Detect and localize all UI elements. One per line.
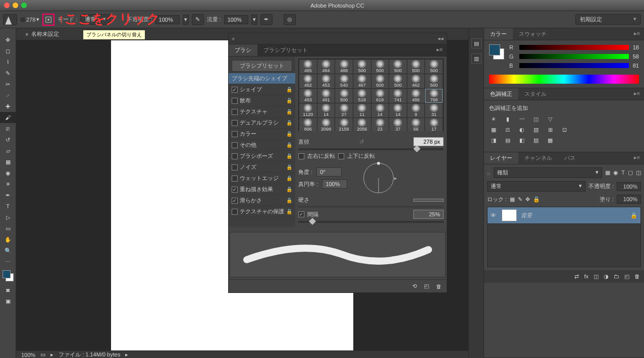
zoom-window[interactable]	[21, 3, 27, 8]
checkbox[interactable]	[232, 109, 238, 115]
chevron-right-icon[interactable]: ▸	[50, 351, 53, 358]
checkbox[interactable]	[232, 87, 238, 93]
brush-option[interactable]: ノイズ🔒	[229, 162, 295, 173]
brush-tip-cell[interactable]: 11	[353, 103, 371, 117]
layer-thumb[interactable]	[502, 209, 517, 221]
lock-icon[interactable]: 🔒	[286, 187, 292, 192]
panel-menu-icon[interactable]: ▸≡	[433, 44, 447, 56]
delete-preset-icon[interactable]: 🗑	[436, 283, 442, 289]
brush-tip-cell[interactable]: 491	[317, 89, 335, 103]
posterize-icon[interactable]: ▤	[503, 137, 512, 144]
lock-icon[interactable]: 🔒	[286, 87, 292, 92]
lock-icon[interactable]: 🔒	[286, 131, 292, 137]
hand-tool[interactable]: ✋	[0, 234, 16, 245]
spacing-slider[interactable]	[298, 221, 444, 223]
tab-paths[interactable]: パス	[558, 152, 581, 164]
path-select-tool[interactable]: ▷	[0, 212, 16, 223]
vibrance-icon[interactable]: ▽	[546, 116, 555, 123]
close-window[interactable]	[4, 3, 10, 8]
spacing-checkbox[interactable]	[298, 211, 304, 217]
brush-tip-cell[interactable]: 2158	[335, 118, 353, 131]
panel-menu-icon[interactable]: ▸≡	[630, 28, 644, 40]
blur-tool[interactable]: ◉	[0, 167, 16, 178]
lock-icon[interactable]: 🔒	[286, 164, 292, 170]
checkbox[interactable]	[232, 131, 238, 137]
brush-tip-cell[interactable]: 2099	[317, 118, 335, 131]
balance-icon[interactable]: ⚖	[503, 127, 512, 133]
levels-icon[interactable]: ▮	[503, 116, 512, 123]
healing-tool[interactable]: ✚	[0, 101, 16, 112]
brush-tip-cell[interactable]: 483	[299, 89, 317, 103]
brush-tip-cell[interactable]: 500	[389, 59, 407, 74]
g-value[interactable]: 58	[632, 53, 639, 59]
filter-icons[interactable]: ▦◉T▢◫	[605, 169, 641, 176]
fx-icon[interactable]: fx	[584, 273, 588, 280]
brush-tip-cell[interactable]: 500	[335, 89, 353, 103]
brush-tip-cell[interactable]: 500	[371, 74, 389, 88]
mask-icon[interactable]: ◫	[594, 273, 599, 280]
toggle-preview-icon[interactable]: ⟲	[412, 283, 417, 289]
panel-menu-icon[interactable]: ▸≡	[630, 152, 644, 164]
zoom-level[interactable]: 100%	[21, 352, 35, 358]
close-icon[interactable]: ×	[25, 31, 28, 37]
quick-select-tool[interactable]: ✎	[0, 68, 16, 79]
tab-layers[interactable]: レイヤー	[484, 152, 518, 164]
lock-icon[interactable]: 🔒	[286, 120, 292, 126]
checkbox[interactable]	[232, 98, 238, 104]
brush-tip-cell[interactable]: 462	[407, 74, 425, 88]
brush-tip-cell[interactable]: 518	[353, 89, 371, 103]
flip-y-checkbox[interactable]	[338, 153, 344, 159]
roundness-input[interactable]	[322, 180, 347, 189]
visibility-icon[interactable]: 👁	[491, 212, 498, 218]
r-slider[interactable]	[519, 45, 629, 50]
brush-tip-cell[interactable]: 500	[389, 74, 407, 88]
brush-tip-cell[interactable]: 500	[371, 59, 389, 74]
brush-tool[interactable]: 🖌	[0, 112, 16, 123]
brush-tip-cell[interactable]: 31	[425, 103, 443, 117]
brush-tip-cell[interactable]: 485	[299, 59, 317, 74]
diameter-slider[interactable]	[298, 148, 444, 150]
brush-option[interactable]: テクスチャ🔒	[229, 106, 295, 117]
brush-option[interactable]: カラー🔒	[229, 129, 295, 140]
g-slider[interactable]	[519, 54, 629, 59]
quick-mask-icon[interactable]: ◙	[0, 284, 16, 295]
gradient-tool[interactable]: ▦	[0, 156, 16, 167]
minimize-window[interactable]	[13, 3, 18, 8]
color-spectrum[interactable]	[489, 75, 639, 84]
tab-channels[interactable]: チャンネル	[518, 152, 558, 164]
lock-icon[interactable]: 🔒	[286, 153, 292, 159]
brush-preset-picker[interactable]: 278 ▾	[20, 16, 39, 23]
layer-filter-select[interactable]: 種類	[494, 167, 602, 178]
invert-icon[interactable]: ◨	[489, 137, 498, 144]
mixer-icon[interactable]: ⊞	[546, 127, 555, 133]
angle-input[interactable]	[316, 167, 342, 176]
checkbox[interactable]	[232, 120, 238, 126]
tab-adjustments[interactable]: 色調補正	[484, 88, 518, 100]
hue-icon[interactable]: ▦	[489, 127, 498, 133]
eyedropper-tool[interactable]: ⟋	[0, 90, 16, 101]
checkbox[interactable]	[232, 175, 238, 182]
brush-option[interactable]: 重ね描き効果🔒	[229, 184, 295, 195]
brush-option[interactable]: その他🔒	[229, 140, 295, 151]
tab-styles[interactable]: スタイル	[518, 88, 553, 100]
pen-tool[interactable]: ✒	[0, 190, 16, 201]
brush-presets-button[interactable]: ブラシプリセット	[232, 60, 292, 72]
pressure-size-icon[interactable]: ◎	[284, 14, 296, 25]
lock-icons[interactable]: ▦✎✥🔒	[510, 196, 540, 203]
flip-x-checkbox[interactable]	[298, 153, 304, 159]
checkbox[interactable]	[232, 153, 238, 159]
diameter-input[interactable]	[413, 137, 444, 146]
brush-tip-shape[interactable]: ブラシ先端のシェイプ	[229, 73, 295, 84]
lock-icon[interactable]: 🔒	[286, 209, 292, 214]
brush-option[interactable]: ブラシポーズ🔒	[229, 151, 295, 162]
flow-input[interactable]	[224, 15, 248, 24]
checkbox[interactable]	[232, 209, 238, 215]
brush-tip-cell[interactable]: 484	[317, 59, 335, 74]
curves-icon[interactable]: 〰	[517, 116, 526, 123]
workspace-select[interactable]: 初期設定	[575, 14, 641, 25]
dodge-tool[interactable]: ☀	[0, 178, 16, 190]
brush-option[interactable]: シェイプ🔒	[229, 84, 295, 95]
checkbox[interactable]	[232, 198, 238, 204]
group-icon[interactable]: 🗀	[614, 273, 619, 280]
brush-tip-cell[interactable]: 500	[425, 59, 443, 74]
